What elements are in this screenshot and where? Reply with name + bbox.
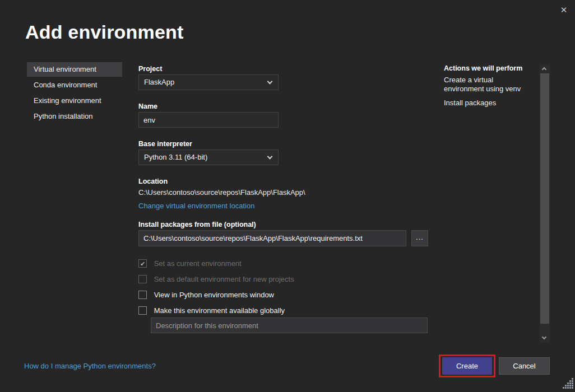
chevron-down-icon <box>267 154 273 160</box>
checkbox-view-python-environments[interactable]: View in Python environments window <box>138 290 274 300</box>
create-button[interactable]: Create <box>442 357 492 375</box>
page-title: Add environment <box>25 21 184 43</box>
unchecked-checkbox-icon <box>138 275 147 283</box>
description-field[interactable] <box>151 318 428 333</box>
chevron-down-icon <box>267 79 273 85</box>
environment-type-list: Virtual environment Conda environment Ex… <box>27 62 122 125</box>
manage-environments-help-link[interactable]: How do I manage Python environments? <box>24 362 156 370</box>
checkbox-label: Set as default environment for new proje… <box>154 275 294 283</box>
scrollbar-thumb[interactable] <box>540 73 549 324</box>
checkbox-label: Make this environment available globally <box>154 306 285 315</box>
checkbox-set-current-environment[interactable]: ✔ Set as current environment <box>138 259 242 269</box>
close-icon[interactable]: ✕ <box>557 3 571 17</box>
checked-checkbox-icon: ✔ <box>138 259 147 268</box>
sidebar-item-virtual-environment[interactable]: Virtual environment <box>27 62 122 77</box>
vertical-scrollbar[interactable] <box>540 64 550 343</box>
sidebar-item-existing-environment[interactable]: Existing environment <box>27 94 122 108</box>
project-label: Project <box>138 65 162 73</box>
actions-panel-title: Actions we will perform <box>444 64 522 72</box>
checkbox-set-default-environment[interactable]: Set as default environment for new proje… <box>138 274 294 284</box>
sidebar-item-python-installation[interactable]: Python installation <box>27 109 122 124</box>
install-packages-label: Install packages from file (optional) <box>138 221 256 228</box>
sidebar-item-conda-environment[interactable]: Conda environment <box>27 78 122 92</box>
change-location-link[interactable]: Change virtual environment location <box>138 202 254 210</box>
scroll-up-icon[interactable] <box>540 64 550 73</box>
project-select[interactable]: FlaskApp <box>138 74 279 90</box>
base-interpreter-label: Base interpreter <box>138 140 192 148</box>
scroll-down-icon[interactable] <box>540 334 550 343</box>
checkbox-make-available-globally[interactable]: Make this environment available globally <box>138 306 285 316</box>
action-item: Install packages <box>444 99 531 108</box>
add-environment-dialog: ✕ Add environment Virtual environment Co… <box>0 0 575 392</box>
name-field[interactable] <box>138 112 279 128</box>
location-label: Location <box>138 178 168 185</box>
project-select-value: FlaskApp <box>144 78 174 86</box>
cancel-button[interactable]: Cancel <box>499 357 550 375</box>
browse-button[interactable]: ... <box>411 230 428 246</box>
action-item: Create a virtual environment using venv <box>444 76 531 94</box>
base-interpreter-select[interactable]: Python 3.11 (64-bit) <box>138 150 279 165</box>
location-path: C:\Users\contoso\source\repos\FlaskApp\F… <box>138 188 305 197</box>
requirements-file-field[interactable] <box>138 230 406 246</box>
unchecked-checkbox-icon <box>138 291 147 299</box>
resize-grip[interactable] <box>563 378 574 391</box>
name-label: Name <box>138 102 157 110</box>
checkbox-label: Set as current environment <box>154 259 242 268</box>
checkbox-label: View in Python environments window <box>154 291 274 299</box>
base-interpreter-select-value: Python 3.11 (64-bit) <box>144 153 207 161</box>
unchecked-checkbox-icon <box>138 306 147 315</box>
